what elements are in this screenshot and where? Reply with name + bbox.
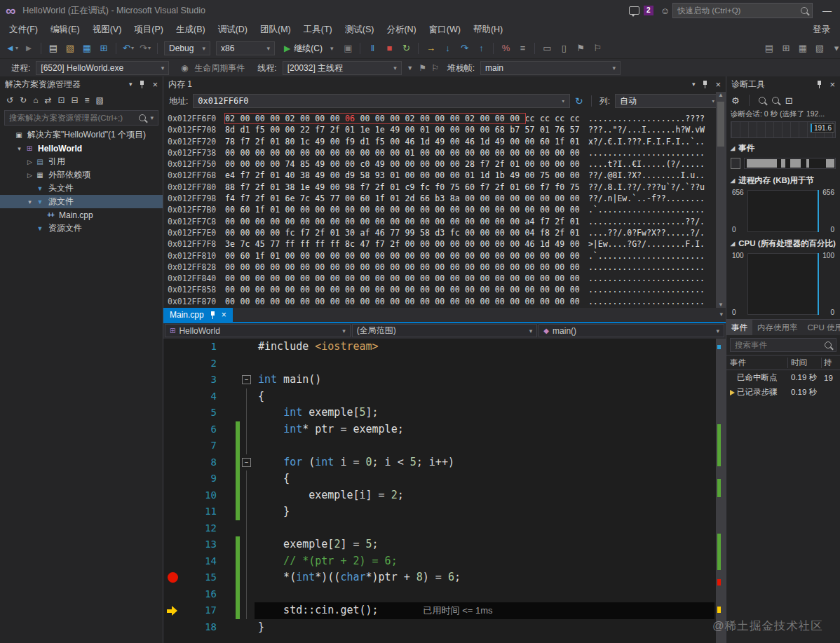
close-icon[interactable]: ×: [152, 81, 158, 88]
bookmark-outline-icon[interactable]: ⚐: [590, 41, 605, 56]
tree-chevron-icon[interactable]: ▾: [15, 145, 24, 152]
breakpoint-gutter[interactable]: [163, 421, 182, 438]
tree-chevron-icon[interactable]: ▷: [25, 172, 34, 179]
code-line[interactable]: 1#include <iostream>: [163, 339, 716, 356]
code-line[interactable]: 18}: [163, 619, 716, 636]
scroll-down-icon[interactable]: ▼: [716, 302, 726, 308]
feedback-button[interactable]: 2: [629, 6, 653, 15]
stop-debugging-icon[interactable]: ■: [381, 41, 397, 56]
find-in-files-icon[interactable]: ▤: [761, 41, 777, 56]
menu-item[interactable]: 编辑(E): [44, 22, 86, 38]
close-icon[interactable]: ×: [715, 81, 721, 88]
solution-search-input[interactable]: 搜索解决方案资源管理器(Ctrl+;) ▾: [4, 110, 158, 126]
close-icon[interactable]: ×: [222, 311, 226, 319]
sign-in-button[interactable]: 登录: [813, 24, 830, 36]
send-feedback-icon[interactable]: ☺: [661, 6, 670, 16]
breakpoint-gutter[interactable]: [163, 372, 182, 388]
code-line[interactable]: 14 // *(ptr + 2) = 6;: [163, 553, 716, 570]
memory-row[interactable]: 0x012FF7B000 60 1f 01 00 00 00 00 00 00 …: [168, 204, 716, 215]
code-line[interactable]: 9 {: [163, 471, 716, 487]
toolbar-overflow-icon[interactable]: ▾: [829, 41, 840, 56]
cpu-chart[interactable]: 100 0 100 0: [731, 252, 836, 316]
gear-icon[interactable]: ⚙: [731, 95, 740, 106]
code-line[interactable]: 8− for (int i = 0; i < 5; i++): [163, 454, 716, 471]
tab-list-chevron-icon[interactable]: ▾: [719, 311, 723, 318]
quick-launch-box[interactable]: 快速启动 (Ctrl+Q): [672, 3, 813, 18]
project-dropdown[interactable]: ⊞ HelloWorld ▾: [165, 324, 351, 337]
save-all-icon[interactable]: ⊞: [96, 41, 111, 56]
memory-row[interactable]: 0x012FF768e4 f7 2f 01 40 38 49 00 d9 58 …: [168, 170, 716, 181]
bookmark-icon[interactable]: ⚑: [573, 41, 588, 56]
tab-内存使用率[interactable]: 内存使用率: [752, 320, 803, 335]
code-line[interactable]: 15 *(int*)((char*)ptr + 8) = 6;: [163, 569, 716, 586]
pin-icon[interactable]: [139, 81, 145, 88]
member-dropdown[interactable]: ◆ main() ▾: [538, 324, 724, 337]
editor-scrollbar[interactable]: [716, 339, 726, 643]
nav-forward-icon[interactable]: ►: [21, 41, 36, 56]
reset-view-icon[interactable]: ⊡: [785, 95, 793, 106]
process-memory-chart[interactable]: 656 0 656 0: [731, 189, 836, 233]
columns-dropdown[interactable]: 自动 ▾: [615, 94, 720, 108]
tree-item-resource-files[interactable]: ▼资源文件: [0, 222, 163, 235]
switch-views-icon[interactable]: ⇄: [44, 95, 51, 105]
tree-item-project-helloworld[interactable]: ▾⊞HelloWorld: [0, 142, 163, 155]
breakpoint-gutter[interactable]: [163, 520, 182, 537]
snapshot-icon[interactable]: ▣: [340, 41, 355, 56]
memory-row[interactable]: 0x012FF87000 00 00 00 00 00 00 00 00 00 …: [168, 296, 716, 306]
collapse-all-icon[interactable]: ⊟: [72, 95, 79, 105]
memory-row[interactable]: 0x012FF7E000 00 00 00 fc f7 2f 01 30 af …: [168, 227, 716, 238]
tree-item-main-cpp[interactable]: ++Main.cpp: [0, 208, 163, 222]
scroll-up-icon[interactable]: ▲: [716, 92, 726, 98]
cpu-section-header[interactable]: ◢ CPU (所有处理器的百分比): [726, 235, 840, 250]
platform-dropdown[interactable]: x86▾: [216, 41, 275, 55]
memory-row[interactable]: 0x012FF7F83e 7c 45 77 ff ff ff ff 8c 47 …: [168, 238, 716, 250]
tree-forward-icon[interactable]: ↻: [20, 95, 27, 105]
event-row[interactable]: 已记录步骤0.19 秒: [726, 385, 840, 400]
memory-row[interactable]: 0x012FF81000 60 1f 01 00 00 00 00 00 00 …: [168, 250, 716, 262]
menu-item[interactable]: 帮助(H): [467, 22, 509, 38]
new-file-icon[interactable]: ▤: [46, 41, 61, 56]
parallel-stacks-icon[interactable]: ≡: [515, 41, 530, 56]
breakpoint-gutter[interactable]: [163, 405, 182, 421]
properties-icon[interactable]: ≡: [85, 95, 90, 105]
menu-item[interactable]: 团队(M): [254, 22, 297, 38]
step-out-icon[interactable]: ↑: [473, 41, 489, 56]
memory-row[interactable]: 0x012FF84000 00 00 00 00 00 00 00 00 00 …: [168, 273, 716, 284]
tree-item-source-files[interactable]: ▾▼源文件: [0, 195, 163, 208]
events-column-header[interactable]: 事件: [726, 358, 788, 368]
show-next-statement-icon[interactable]: →: [423, 41, 438, 56]
code-line[interactable]: 5 int exemple[5];: [163, 405, 716, 421]
memory-row[interactable]: 0x012FF7C800 00 00 00 00 00 00 00 00 00 …: [168, 216, 716, 227]
menu-item[interactable]: 测试(S): [339, 22, 381, 38]
code-line[interactable]: 6 int* ptr = exemple;: [163, 421, 716, 438]
nav-back-icon[interactable]: ◄▾: [4, 41, 20, 56]
scope-dropdown[interactable]: (全局范围) ▾: [352, 324, 538, 337]
memory-row[interactable]: 0x012FF78088 f7 2f 01 38 1e 49 00 98 f7 …: [168, 182, 716, 193]
lifecycle-events-button[interactable]: ◉ 生命周期事件: [178, 62, 245, 74]
menu-item[interactable]: 分析(N): [380, 22, 422, 38]
memory-row[interactable]: 0x012FF82800 00 00 00 00 00 00 00 00 00 …: [168, 262, 716, 273]
breakpoint-gutter[interactable]: [163, 388, 182, 405]
event-row[interactable]: 已命中断点0.19 秒19: [726, 370, 840, 385]
tree-back-icon[interactable]: ↺: [6, 95, 13, 105]
code-line[interactable]: 7: [163, 438, 716, 454]
code-line[interactable]: 2: [163, 356, 716, 372]
tab-main-cpp[interactable]: Main.cpp ×: [163, 308, 233, 322]
tree-chevron-icon[interactable]: ▷: [25, 158, 34, 165]
menu-item[interactable]: 视图(V): [86, 22, 128, 38]
tree-item-references[interactable]: ▷▤引用: [0, 155, 163, 168]
chevron-down-icon[interactable]: ▾: [129, 81, 133, 88]
filter-threads-icon[interactable]: ▼: [404, 65, 416, 72]
breakpoint-gutter[interactable]: [163, 586, 182, 603]
breakpoint-gutter[interactable]: [163, 471, 182, 487]
pin-icon[interactable]: [210, 311, 216, 319]
breakpoint-gutter[interactable]: [163, 619, 182, 636]
tree-item-solution[interactable]: ▣解决方案"HelloWorld"(1 个项目): [0, 128, 163, 142]
menu-item[interactable]: 文件(F): [3, 22, 44, 38]
code-line[interactable]: 3−int main(): [163, 372, 716, 388]
pin-icon[interactable]: [816, 81, 822, 88]
events-column-header[interactable]: 持: [822, 358, 840, 368]
memory-scrollbar[interactable]: ▲ ▼: [716, 92, 726, 308]
memory-row[interactable]: 0x012FF75000 00 00 00 74 85 49 00 00 c0 …: [168, 158, 716, 170]
menu-item[interactable]: 项目(P): [128, 22, 170, 38]
